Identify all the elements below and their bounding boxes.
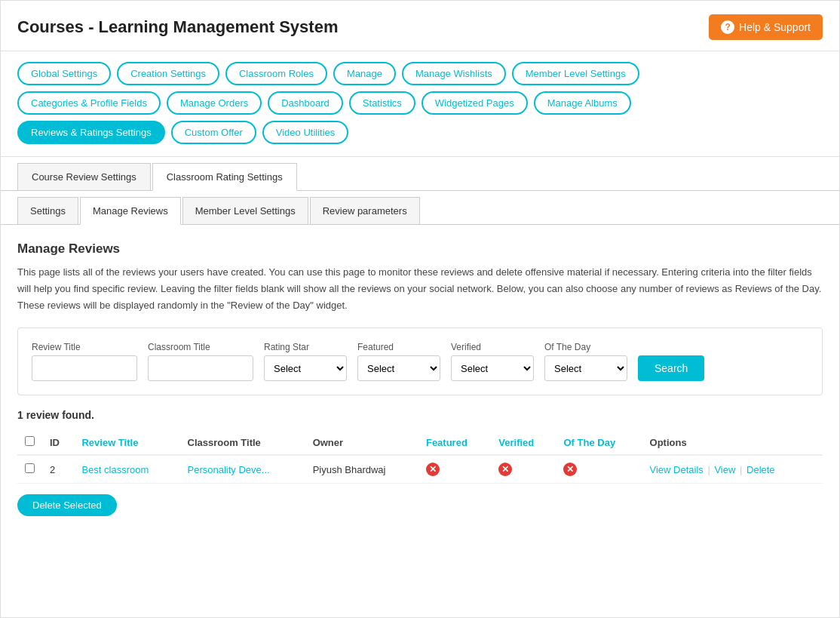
featured-field: Featured Select Yes No bbox=[357, 342, 440, 381]
result-count: 1 review found. bbox=[17, 409, 823, 421]
row-id: 2 bbox=[42, 455, 74, 484]
nav-row-1: Global Settings Creation Settings Classr… bbox=[17, 62, 823, 85]
row-of-the-day: ✕ bbox=[556, 455, 642, 484]
tab-manage-reviews[interactable]: Manage Reviews bbox=[80, 197, 181, 225]
row-owner: Piyush Bhardwaj bbox=[305, 455, 418, 484]
featured-select[interactable]: Select Yes No bbox=[357, 355, 440, 381]
main-content: Manage Reviews This page lists all of th… bbox=[1, 225, 839, 533]
page-title: Courses - Learning Management System bbox=[17, 17, 338, 37]
nav-custom-offer[interactable]: Custom Offer bbox=[171, 121, 256, 144]
section-description: This page lists all of the reviews your … bbox=[17, 264, 823, 314]
page-header: Courses - Learning Management System ? H… bbox=[1, 1, 839, 51]
row-checkbox[interactable] bbox=[25, 463, 35, 473]
table-header-row: ID Review Title Classroom Title Owner Fe… bbox=[17, 430, 823, 455]
view-link[interactable]: View bbox=[714, 464, 735, 475]
nav-video-utilities[interactable]: Video Utilities bbox=[262, 121, 349, 144]
of-the-day-field: Of The Day Select Yes No bbox=[544, 342, 627, 381]
of-the-day-label: Of The Day bbox=[544, 342, 627, 352]
search-button[interactable]: Search bbox=[638, 355, 704, 381]
nav-categories-profile-fields[interactable]: Categories & Profile Fields bbox=[17, 91, 161, 115]
classroom-title-label: Classroom Title bbox=[148, 342, 253, 352]
view-details-link[interactable]: View Details bbox=[650, 464, 704, 475]
verified-status-icon: ✕ bbox=[498, 463, 512, 476]
verified-label: Verified bbox=[451, 342, 534, 352]
review-title-link[interactable]: Best classroom bbox=[81, 464, 149, 475]
col-review-title: Review Title bbox=[74, 430, 179, 455]
filter-box: Review Title Classroom Title Rating Star… bbox=[17, 327, 823, 395]
col-classroom-title: Classroom Title bbox=[180, 430, 305, 455]
row-verified: ✕ bbox=[491, 455, 556, 484]
table-row: 2 Best classroom Personality Deve... Piy… bbox=[17, 455, 823, 484]
col-featured: Featured bbox=[418, 430, 491, 455]
row-review-title: Best classroom bbox=[74, 455, 179, 484]
col-of-the-day: Of The Day bbox=[556, 430, 642, 455]
classroom-title-field: Classroom Title bbox=[148, 342, 253, 381]
nav-classroom-roles[interactable]: Classroom Roles bbox=[225, 62, 327, 85]
delete-link[interactable]: Delete bbox=[746, 464, 775, 475]
nav-member-level-settings[interactable]: Member Level Settings bbox=[512, 62, 639, 85]
verified-field: Verified Select Yes No bbox=[451, 342, 534, 381]
col-owner: Owner bbox=[305, 430, 418, 455]
review-title-field: Review Title bbox=[32, 342, 137, 381]
rating-star-select[interactable]: Select 1 2 3 4 5 bbox=[264, 355, 347, 381]
nav-reviews-ratings-settings[interactable]: Reviews & Ratings Settings bbox=[17, 121, 165, 144]
row-featured: ✕ bbox=[418, 455, 491, 484]
review-title-input[interactable] bbox=[32, 355, 137, 381]
col-verified: Verified bbox=[491, 430, 556, 455]
nav-creation-settings[interactable]: Creation Settings bbox=[117, 62, 219, 85]
featured-label: Featured bbox=[357, 342, 440, 352]
section-title: Manage Reviews bbox=[17, 241, 823, 257]
inner-tabs: Settings Manage Reviews Member Level Set… bbox=[1, 191, 839, 225]
nav-manage-wishlists[interactable]: Manage Wishlists bbox=[402, 62, 506, 85]
tab-course-review-settings[interactable]: Course Review Settings bbox=[17, 163, 151, 190]
tab-classroom-rating-settings[interactable]: Classroom Rating Settings bbox=[152, 163, 297, 191]
nav-statistics[interactable]: Statistics bbox=[349, 91, 415, 115]
nav-global-settings[interactable]: Global Settings bbox=[17, 62, 111, 85]
row-options: View Details | View | Delete bbox=[642, 455, 823, 484]
col-id: ID bbox=[42, 430, 74, 455]
row-classroom-title: Personality Deve... bbox=[180, 455, 305, 484]
rating-star-label: Rating Star bbox=[264, 342, 347, 352]
reviews-table: ID Review Title Classroom Title Owner Fe… bbox=[17, 430, 823, 484]
rating-star-field: Rating Star Select 1 2 3 4 5 bbox=[264, 342, 347, 381]
tab-member-level-settings[interactable]: Member Level Settings bbox=[182, 197, 308, 224]
nav-manage[interactable]: Manage bbox=[333, 62, 396, 85]
help-support-button[interactable]: ? Help & Support bbox=[709, 14, 823, 40]
nav-manage-albums[interactable]: Manage Albums bbox=[534, 91, 631, 115]
of-the-day-status-icon: ✕ bbox=[563, 463, 577, 476]
outer-tabs: Course Review Settings Classroom Rating … bbox=[1, 157, 839, 191]
nav-widgetized-pages[interactable]: Widgetized Pages bbox=[422, 91, 528, 115]
pipe-1: | bbox=[707, 464, 713, 475]
pipe-2: | bbox=[740, 464, 745, 475]
classroom-title-link[interactable]: Personality Deve... bbox=[188, 464, 270, 475]
tab-settings[interactable]: Settings bbox=[17, 197, 78, 224]
navigation: Global Settings Creation Settings Classr… bbox=[1, 51, 839, 157]
tab-review-parameters[interactable]: Review parameters bbox=[310, 197, 420, 224]
select-all-checkbox[interactable] bbox=[25, 436, 35, 446]
col-checkbox bbox=[17, 430, 42, 455]
filter-row: Review Title Classroom Title Rating Star… bbox=[32, 342, 808, 381]
classroom-title-input[interactable] bbox=[148, 355, 253, 381]
nav-dashboard[interactable]: Dashboard bbox=[268, 91, 343, 115]
nav-row-3: Reviews & Ratings Settings Custom Offer … bbox=[17, 121, 823, 144]
nav-row-2: Categories & Profile Fields Manage Order… bbox=[17, 91, 823, 115]
col-options: Options bbox=[642, 430, 823, 455]
question-icon: ? bbox=[721, 20, 734, 34]
nav-manage-orders[interactable]: Manage Orders bbox=[167, 91, 262, 115]
help-label: Help & Support bbox=[739, 21, 811, 33]
of-the-day-select[interactable]: Select Yes No bbox=[544, 355, 627, 381]
verified-select[interactable]: Select Yes No bbox=[451, 355, 534, 381]
featured-status-icon: ✕ bbox=[426, 463, 440, 476]
review-title-label: Review Title bbox=[32, 342, 137, 352]
delete-selected-button[interactable]: Delete Selected bbox=[17, 494, 117, 516]
row-checkbox-cell bbox=[17, 455, 42, 484]
